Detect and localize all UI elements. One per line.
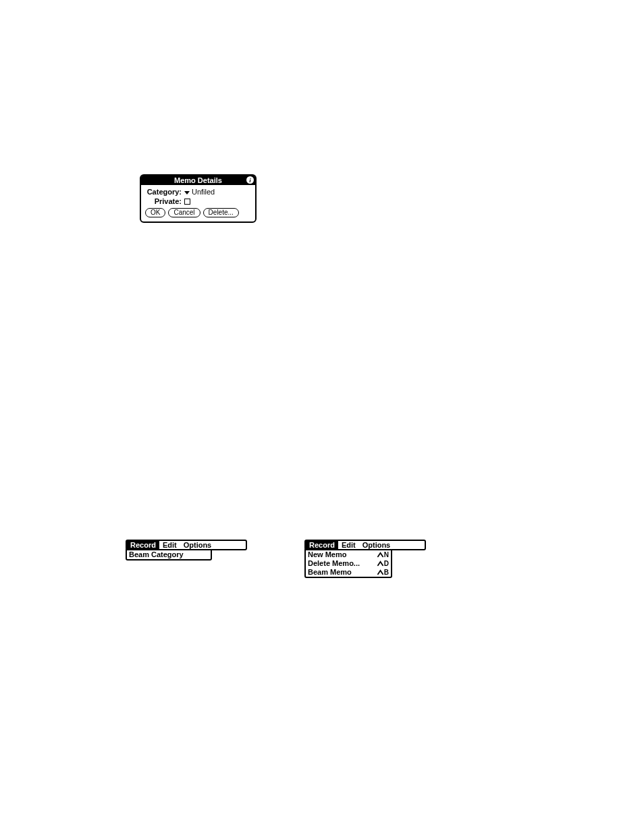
dialog-button-row: OK Cancel Delete... — [145, 208, 251, 217]
delete-button[interactable]: Delete... — [203, 208, 239, 217]
graffiti-stroke-icon — [377, 561, 383, 567]
menubar-spacer — [215, 541, 246, 549]
menu-edit[interactable]: Edit — [338, 541, 359, 549]
menu-item-shortcut: D — [377, 559, 389, 568]
menu-record[interactable]: Record — [306, 541, 338, 549]
category-row: Category: Unfiled — [145, 188, 251, 196]
dropdown-arrow-icon — [184, 191, 190, 194]
info-icon[interactable]: i — [246, 176, 254, 184]
private-checkbox[interactable] — [184, 199, 190, 205]
shortcut-key: B — [384, 568, 389, 577]
record-menu-edit-view: New Memo N Delete Memo... D Beam Memo B — [304, 549, 392, 578]
menu-item-beam-memo[interactable]: Beam Memo B — [306, 568, 391, 577]
menu-item-new-memo[interactable]: New Memo N — [306, 550, 391, 559]
category-value: Unfiled — [192, 188, 215, 196]
cancel-button[interactable]: Cancel — [168, 208, 200, 217]
menu-options[interactable]: Options — [180, 541, 215, 549]
menu-item-shortcut: B — [377, 568, 389, 577]
menu-item-beam-category[interactable]: Beam Category — [127, 550, 211, 559]
shortcut-key: D — [384, 559, 389, 568]
record-menu-list-view: Beam Category — [126, 549, 212, 561]
menu-item-label: Beam Memo — [308, 568, 352, 577]
memo-details-dialog: Memo Details i Category: Unfiled Private… — [140, 174, 257, 223]
graffiti-stroke-icon — [377, 552, 383, 558]
menu-edit[interactable]: Edit — [159, 541, 180, 549]
menu-item-label: Beam Category — [129, 550, 184, 559]
category-label: Category: — [145, 188, 184, 196]
ok-button[interactable]: OK — [145, 208, 165, 217]
menu-item-delete-memo[interactable]: Delete Memo... D — [306, 559, 391, 568]
graffiti-stroke-icon — [377, 569, 383, 575]
menubar-spacer — [394, 541, 425, 549]
category-dropdown[interactable]: Unfiled — [184, 188, 215, 196]
menu-record[interactable]: Record — [127, 541, 159, 549]
shortcut-key: N — [384, 550, 389, 559]
dialog-title: Memo Details — [174, 176, 222, 184]
menu-item-shortcut: N — [377, 550, 389, 559]
private-label: Private: — [145, 197, 184, 205]
menu-item-label: New Memo — [308, 550, 346, 559]
menu-item-label: Delete Memo... — [308, 559, 360, 568]
menu-options[interactable]: Options — [359, 541, 394, 549]
dialog-titlebar: Memo Details i — [141, 176, 255, 185]
dialog-body: Category: Unfiled Private: OK Cancel Del… — [141, 185, 255, 221]
private-row: Private: — [145, 197, 251, 205]
